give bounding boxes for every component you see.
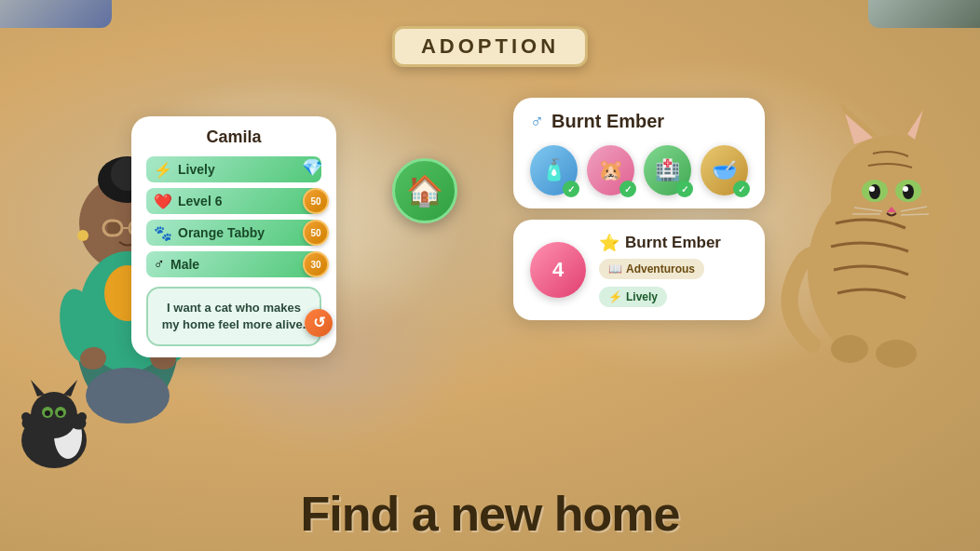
lively-badge: 💎 (299, 155, 325, 181)
stat-bar-level: ❤️ Level 6 (146, 188, 321, 214)
level-icon: ❤️ (154, 193, 172, 210)
match-name-row: ⭐ Burnt Ember (599, 233, 748, 253)
trait-circle-care: 🧴 ✓ (530, 145, 578, 195)
stat-row-lively: ⚡ Lively 💎 (146, 156, 321, 182)
breed-badge-value: 50 (310, 228, 320, 238)
stat-row-breed: 🐾 Orange Tabby 50 (146, 220, 321, 246)
cat-info-card: ♂ Burnt Ember 🧴 ✓ 🐹 ✓ 🏥 ✓ 🥣 ✓ (513, 98, 765, 208)
cat-gender-icon: ♂ (530, 111, 544, 132)
trait-tag-lively: ⚡ Lively (599, 287, 667, 307)
speech-text: I want a cat who makes my home feel more… (162, 301, 306, 331)
match-star-icon: ⭐ (599, 233, 619, 253)
level-badge-value: 50 (310, 196, 320, 207)
lively-label: Lively (178, 162, 314, 177)
lively-icon: ⚡ (154, 161, 172, 179)
trait-tag-adventurous: 📖 Adventurous (599, 259, 704, 279)
breed-icon: 🐾 (154, 224, 172, 242)
lively-tag-label: Lively (626, 290, 658, 303)
check-badge-care: ✓ (563, 181, 579, 197)
refresh-icon: ↺ (313, 313, 325, 333)
top-left-decoration (0, 0, 112, 28)
adoption-title: ADOPTION (421, 34, 559, 58)
stat-row-gender: ♂ Male 30 (146, 251, 321, 277)
match-info: ⭐ Burnt Ember 📖 Adventurous ⚡ Lively (599, 233, 748, 307)
check-badge-food: ✓ (733, 181, 750, 197)
match-number: 4 (552, 258, 564, 282)
camila-name: Camila (146, 128, 321, 147)
camila-card: Camila ⚡ Lively 💎 ❤️ Level 6 50 (131, 116, 336, 357)
breed-label: Orange Tabby (178, 225, 314, 240)
trait-icons-row: 🧴 ✓ 🐹 ✓ 🏥 ✓ 🥣 ✓ (530, 145, 748, 195)
stat-row-level: ❤️ Level 6 50 (146, 188, 321, 214)
cat-name: Burnt Ember (551, 111, 664, 132)
stat-bar-breed: 🐾 Orange Tabby (146, 220, 321, 246)
adoption-banner: ADOPTION (392, 26, 588, 67)
gender-label: Male (170, 257, 314, 272)
trait-circle-health: 🏥 ✓ (644, 145, 691, 195)
breed-badge: 50 (303, 220, 329, 246)
level-label: Level 6 (178, 194, 314, 208)
top-right-decoration (868, 0, 980, 28)
cat-title-row: ♂ Burnt Ember (530, 111, 748, 132)
stat-bar-lively: ⚡ Lively (146, 156, 321, 182)
adopt-button[interactable]: 🏠 (392, 158, 457, 223)
check-badge-health: ✓ (676, 181, 693, 197)
trait-circle-play: 🐹 ✓ (587, 145, 634, 195)
match-heart: 4 (530, 242, 586, 298)
lively-tag-icon: ⚡ (608, 290, 622, 303)
check-badge-play: ✓ (619, 181, 636, 197)
bottom-section: Find a new home (0, 486, 980, 542)
adopt-icon: 🏠 (406, 173, 443, 208)
gender-stat-icon: ♂ (154, 256, 165, 273)
refresh-button[interactable]: ↺ (305, 309, 333, 337)
speech-bubble: I want a cat who makes my home feel more… (146, 287, 321, 346)
gem-icon: 💎 (302, 157, 322, 178)
match-name: Burnt Ember (625, 234, 721, 252)
stat-bar-gender: ♂ Male (146, 251, 321, 277)
match-card: 4 ⭐ Burnt Ember 📖 Adventurous ⚡ Lively (513, 220, 765, 320)
find-home-text: Find a new home (301, 487, 680, 541)
level-badge: 50 (303, 188, 329, 214)
gender-badge-value: 30 (310, 260, 320, 270)
adventurous-icon: 📖 (608, 262, 622, 276)
gender-badge: 30 (303, 251, 329, 277)
trait-circle-food: 🥣 ✓ (701, 145, 748, 195)
match-traits: 📖 Adventurous ⚡ Lively (599, 259, 748, 307)
adventurous-label: Adventurous (626, 262, 695, 276)
